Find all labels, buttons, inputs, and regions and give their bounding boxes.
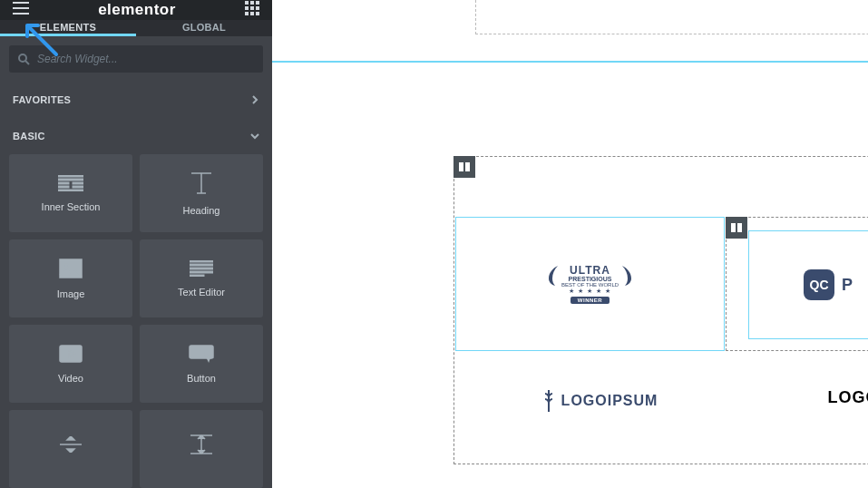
text-editor-icon bbox=[190, 260, 213, 277]
widget-divider[interactable] bbox=[9, 410, 132, 488]
hamburger-icon[interactable] bbox=[13, 2, 29, 18]
widget-label: Button bbox=[187, 373, 216, 384]
svg-rect-10 bbox=[250, 12, 254, 15]
svg-rect-6 bbox=[245, 6, 249, 10]
widget-grid: Inner Section Heading Image Text Editor … bbox=[0, 154, 272, 488]
widget-inner-section[interactable]: Inner Section bbox=[9, 154, 132, 232]
columns-icon bbox=[458, 161, 471, 173]
inner-section-right[interactable]: QC P bbox=[726, 217, 868, 351]
widget-label: Inner Section bbox=[42, 201, 101, 212]
section-handle[interactable] bbox=[454, 156, 475, 178]
widget-heading[interactable]: Heading bbox=[140, 154, 263, 232]
svg-rect-1 bbox=[13, 7, 29, 9]
selected-column-left[interactable]: ULTRA PRESTIGIOUS BEST OF THE WORLD ★ ★ … bbox=[455, 217, 725, 351]
svg-rect-11 bbox=[256, 12, 259, 15]
svg-rect-20 bbox=[58, 190, 83, 191]
ultra-badge: ULTRA PRESTIGIOUS BEST OF THE WORLD ★ ★ … bbox=[543, 264, 637, 304]
svg-line-13 bbox=[25, 61, 29, 64]
logo-right-cell[interactable]: LOGO bbox=[763, 388, 868, 407]
apps-grid-icon[interactable] bbox=[245, 1, 259, 19]
inner-column[interactable]: QC P bbox=[748, 230, 868, 339]
widget-text-editor[interactable]: Text Editor bbox=[140, 239, 263, 317]
svg-point-22 bbox=[64, 264, 68, 268]
svg-rect-2 bbox=[13, 13, 29, 15]
basic-label: BASIC bbox=[13, 131, 45, 142]
svg-rect-19 bbox=[73, 186, 83, 188]
section-favorites[interactable]: FAVORITES bbox=[0, 82, 272, 118]
inner-section-icon bbox=[58, 175, 83, 191]
svg-rect-31 bbox=[465, 162, 470, 171]
widget-image[interactable]: Image bbox=[9, 239, 132, 317]
svg-rect-8 bbox=[256, 6, 259, 10]
image-icon bbox=[59, 259, 83, 278]
svg-rect-15 bbox=[58, 179, 83, 181]
favorites-label: FAVORITES bbox=[13, 94, 71, 105]
search-icon bbox=[18, 54, 30, 65]
svg-rect-0 bbox=[13, 2, 29, 4]
svg-rect-27 bbox=[190, 275, 204, 277]
logoipsum-cell[interactable]: LOGOIPSUM bbox=[509, 388, 690, 414]
widget-label: Text Editor bbox=[178, 287, 225, 298]
widget-label: Video bbox=[58, 373, 83, 384]
brand-logo: elementor bbox=[98, 1, 176, 19]
editor-canvas[interactable]: ULTRA PRESTIGIOUS BEST OF THE WORLD ★ ★ … bbox=[272, 0, 868, 488]
widget-button[interactable]: Button bbox=[140, 325, 263, 403]
svg-rect-25 bbox=[190, 268, 213, 269]
svg-rect-18 bbox=[58, 186, 69, 188]
widget-label: Heading bbox=[183, 205, 220, 216]
widget-video[interactable]: Video bbox=[9, 325, 132, 403]
chevron-right-icon bbox=[250, 95, 259, 104]
video-icon bbox=[59, 345, 83, 363]
qc-side-text: P bbox=[842, 276, 853, 295]
svg-rect-14 bbox=[58, 175, 83, 177]
spacer-icon bbox=[190, 434, 213, 454]
svg-rect-16 bbox=[58, 182, 69, 184]
widget-label: Image bbox=[57, 288, 85, 299]
divider-icon bbox=[59, 436, 83, 453]
empty-section-top[interactable] bbox=[475, 0, 868, 34]
wheat-icon bbox=[541, 388, 556, 414]
svg-rect-7 bbox=[250, 6, 254, 10]
laurel-left-icon bbox=[543, 264, 560, 288]
inner-section-handle[interactable] bbox=[726, 217, 747, 239]
laurel-right-icon bbox=[620, 264, 637, 288]
qc-logo: QC bbox=[804, 269, 834, 300]
elementor-sidebar: elementor ELEMENTS GLOBAL FAVORITES BASI… bbox=[0, 0, 272, 488]
svg-rect-23 bbox=[190, 260, 213, 262]
panel-tabs: ELEMENTS GLOBAL bbox=[0, 20, 272, 36]
heading-icon bbox=[190, 171, 213, 195]
tab-elements[interactable]: ELEMENTS bbox=[0, 20, 136, 36]
svg-point-12 bbox=[19, 54, 26, 62]
svg-rect-5 bbox=[256, 1, 259, 5]
svg-rect-24 bbox=[190, 264, 213, 266]
section-basic[interactable]: BASIC bbox=[0, 118, 272, 154]
svg-rect-17 bbox=[73, 182, 83, 184]
svg-rect-9 bbox=[245, 12, 249, 15]
svg-rect-33 bbox=[737, 223, 742, 232]
chevron-down-icon bbox=[250, 132, 259, 141]
search-widget[interactable] bbox=[9, 45, 263, 73]
search-input[interactable] bbox=[37, 53, 254, 65]
tab-global[interactable]: GLOBAL bbox=[136, 20, 272, 36]
columns-icon bbox=[730, 221, 743, 234]
svg-rect-4 bbox=[250, 1, 254, 5]
svg-rect-26 bbox=[190, 271, 213, 273]
svg-rect-32 bbox=[731, 223, 736, 232]
button-icon bbox=[189, 345, 214, 363]
svg-rect-3 bbox=[245, 1, 249, 5]
section-divider-line bbox=[272, 61, 868, 63]
widget-spacer[interactable] bbox=[140, 410, 263, 488]
svg-rect-30 bbox=[459, 162, 463, 171]
outer-section[interactable]: ULTRA PRESTIGIOUS BEST OF THE WORLD ★ ★ … bbox=[454, 156, 868, 464]
sidebar-header: elementor bbox=[0, 0, 272, 20]
